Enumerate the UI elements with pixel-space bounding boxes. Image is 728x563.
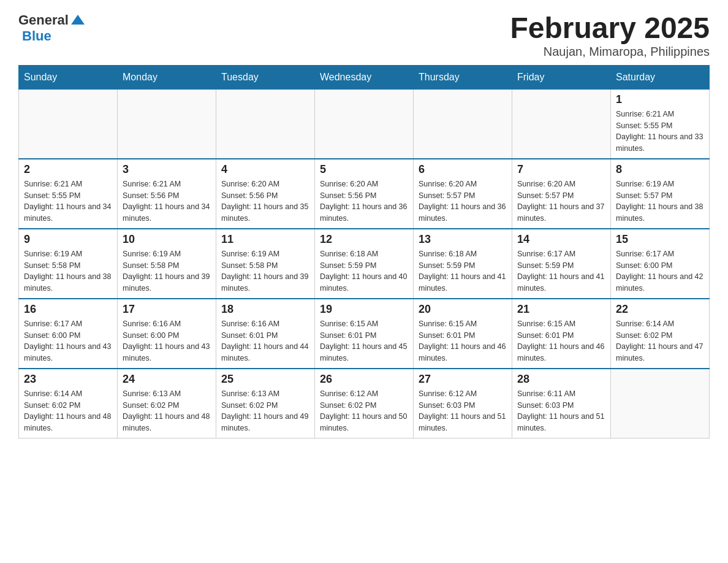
day-number: 26	[320, 373, 408, 386]
calendar-cell: 26Sunrise: 6:12 AMSunset: 6:02 PMDayligh…	[315, 369, 414, 439]
calendar-cell: 27Sunrise: 6:12 AMSunset: 6:03 PMDayligh…	[414, 369, 512, 439]
day-number: 18	[221, 303, 309, 316]
day-info: Sunrise: 6:21 AMSunset: 5:55 PMDaylight:…	[24, 178, 112, 224]
calendar-cell: 20Sunrise: 6:15 AMSunset: 6:01 PMDayligh…	[414, 299, 512, 369]
day-number: 17	[123, 303, 211, 316]
calendar-cell: 11Sunrise: 6:19 AMSunset: 5:58 PMDayligh…	[216, 229, 315, 299]
day-number: 10	[123, 233, 211, 246]
day-number: 2	[24, 163, 112, 176]
day-number: 21	[517, 303, 605, 316]
day-number: 7	[517, 163, 605, 176]
day-info: Sunrise: 6:18 AMSunset: 5:59 PMDaylight:…	[320, 248, 408, 294]
day-number: 24	[123, 373, 211, 386]
weekday-header-wednesday: Wednesday	[315, 65, 414, 89]
day-info: Sunrise: 6:16 AMSunset: 6:01 PMDaylight:…	[221, 318, 309, 364]
day-info: Sunrise: 6:19 AMSunset: 5:58 PMDaylight:…	[123, 248, 211, 294]
day-info: Sunrise: 6:13 AMSunset: 6:02 PMDaylight:…	[221, 388, 309, 434]
calendar-cell: 28Sunrise: 6:11 AMSunset: 6:03 PMDayligh…	[512, 369, 611, 439]
day-number: 3	[123, 163, 211, 176]
weekday-header-saturday: Saturday	[611, 65, 710, 89]
day-number: 1	[616, 93, 704, 106]
day-info: Sunrise: 6:15 AMSunset: 6:01 PMDaylight:…	[320, 318, 408, 364]
weekday-header-tuesday: Tuesday	[216, 65, 315, 89]
calendar-cell: 16Sunrise: 6:17 AMSunset: 6:00 PMDayligh…	[19, 299, 118, 369]
day-number: 4	[221, 163, 309, 176]
day-info: Sunrise: 6:21 AMSunset: 5:55 PMDaylight:…	[616, 109, 704, 155]
day-number: 8	[616, 163, 704, 176]
calendar-cell: 25Sunrise: 6:13 AMSunset: 6:02 PMDayligh…	[216, 369, 315, 439]
day-number: 20	[419, 303, 507, 316]
weekday-header-friday: Friday	[512, 65, 611, 89]
calendar-table: SundayMondayTuesdayWednesdayThursdayFrid…	[18, 65, 710, 439]
calendar-cell: 7Sunrise: 6:20 AMSunset: 5:57 PMDaylight…	[512, 159, 611, 229]
day-number: 13	[419, 233, 507, 246]
day-info: Sunrise: 6:15 AMSunset: 6:01 PMDaylight:…	[419, 318, 507, 364]
day-number: 19	[320, 303, 408, 316]
calendar-cell: 8Sunrise: 6:19 AMSunset: 5:57 PMDaylight…	[611, 159, 710, 229]
day-info: Sunrise: 6:19 AMSunset: 5:58 PMDaylight:…	[221, 248, 309, 294]
svg-marker-0	[71, 15, 85, 25]
calendar-cell: 6Sunrise: 6:20 AMSunset: 5:57 PMDaylight…	[414, 159, 512, 229]
day-number: 9	[24, 233, 112, 246]
day-info: Sunrise: 6:20 AMSunset: 5:57 PMDaylight:…	[419, 178, 507, 224]
calendar-cell: 21Sunrise: 6:15 AMSunset: 6:01 PMDayligh…	[512, 299, 611, 369]
day-info: Sunrise: 6:21 AMSunset: 5:56 PMDaylight:…	[123, 178, 211, 224]
day-info: Sunrise: 6:12 AMSunset: 6:03 PMDaylight:…	[419, 388, 507, 434]
calendar-cell	[512, 89, 611, 159]
day-info: Sunrise: 6:17 AMSunset: 6:00 PMDaylight:…	[616, 248, 704, 294]
day-number: 23	[24, 373, 112, 386]
calendar-cell: 22Sunrise: 6:14 AMSunset: 6:02 PMDayligh…	[611, 299, 710, 369]
day-info: Sunrise: 6:19 AMSunset: 5:58 PMDaylight:…	[24, 248, 112, 294]
calendar-cell	[118, 89, 216, 159]
day-info: Sunrise: 6:19 AMSunset: 5:57 PMDaylight:…	[616, 178, 704, 224]
weekday-header-row: SundayMondayTuesdayWednesdayThursdayFrid…	[19, 65, 710, 89]
logo-icon	[70, 12, 86, 28]
day-info: Sunrise: 6:11 AMSunset: 6:03 PMDaylight:…	[517, 388, 605, 434]
calendar-cell	[19, 89, 118, 159]
day-info: Sunrise: 6:20 AMSunset: 5:57 PMDaylight:…	[517, 178, 605, 224]
day-number: 25	[221, 373, 309, 386]
calendar-cell	[414, 89, 512, 159]
day-info: Sunrise: 6:13 AMSunset: 6:02 PMDaylight:…	[123, 388, 211, 434]
logo: General Blue	[18, 12, 86, 44]
weekday-header-monday: Monday	[118, 65, 216, 89]
calendar-cell: 24Sunrise: 6:13 AMSunset: 6:02 PMDayligh…	[118, 369, 216, 439]
day-info: Sunrise: 6:14 AMSunset: 6:02 PMDaylight:…	[24, 388, 112, 434]
day-number: 6	[419, 163, 507, 176]
calendar-cell: 3Sunrise: 6:21 AMSunset: 5:56 PMDaylight…	[118, 159, 216, 229]
day-number: 22	[616, 303, 704, 316]
calendar-cell: 2Sunrise: 6:21 AMSunset: 5:55 PMDaylight…	[19, 159, 118, 229]
calendar-cell: 13Sunrise: 6:18 AMSunset: 5:59 PMDayligh…	[414, 229, 512, 299]
calendar-cell: 15Sunrise: 6:17 AMSunset: 6:00 PMDayligh…	[611, 229, 710, 299]
week-row-4: 16Sunrise: 6:17 AMSunset: 6:00 PMDayligh…	[19, 299, 710, 369]
calendar-cell: 1Sunrise: 6:21 AMSunset: 5:55 PMDaylight…	[611, 89, 710, 159]
day-info: Sunrise: 6:20 AMSunset: 5:56 PMDaylight:…	[320, 178, 408, 224]
calendar-cell	[315, 89, 414, 159]
day-number: 5	[320, 163, 408, 176]
day-info: Sunrise: 6:12 AMSunset: 6:02 PMDaylight:…	[320, 388, 408, 434]
weekday-header-sunday: Sunday	[19, 65, 118, 89]
week-row-2: 2Sunrise: 6:21 AMSunset: 5:55 PMDaylight…	[19, 159, 710, 229]
day-number: 15	[616, 233, 704, 246]
day-info: Sunrise: 6:14 AMSunset: 6:02 PMDaylight:…	[616, 318, 704, 364]
week-row-5: 23Sunrise: 6:14 AMSunset: 6:02 PMDayligh…	[19, 369, 710, 439]
day-number: 16	[24, 303, 112, 316]
calendar-cell	[216, 89, 315, 159]
day-info: Sunrise: 6:18 AMSunset: 5:59 PMDaylight:…	[419, 248, 507, 294]
calendar-cell: 14Sunrise: 6:17 AMSunset: 5:59 PMDayligh…	[512, 229, 611, 299]
day-number: 14	[517, 233, 605, 246]
logo-general-text: General	[18, 12, 69, 28]
calendar-cell: 17Sunrise: 6:16 AMSunset: 6:00 PMDayligh…	[118, 299, 216, 369]
logo-blue-text: Blue	[22, 28, 51, 44]
day-info: Sunrise: 6:20 AMSunset: 5:56 PMDaylight:…	[221, 178, 309, 224]
weekday-header-thursday: Thursday	[414, 65, 512, 89]
calendar-cell: 18Sunrise: 6:16 AMSunset: 6:01 PMDayligh…	[216, 299, 315, 369]
title-section: February 2025 Naujan, Mimaropa, Philippi…	[510, 12, 710, 59]
calendar-cell: 12Sunrise: 6:18 AMSunset: 5:59 PMDayligh…	[315, 229, 414, 299]
calendar-cell: 23Sunrise: 6:14 AMSunset: 6:02 PMDayligh…	[19, 369, 118, 439]
day-info: Sunrise: 6:15 AMSunset: 6:01 PMDaylight:…	[517, 318, 605, 364]
page-header: General Blue February 2025 Naujan, Mimar…	[18, 12, 710, 59]
week-row-3: 9Sunrise: 6:19 AMSunset: 5:58 PMDaylight…	[19, 229, 710, 299]
calendar-cell: 9Sunrise: 6:19 AMSunset: 5:58 PMDaylight…	[19, 229, 118, 299]
calendar-cell: 5Sunrise: 6:20 AMSunset: 5:56 PMDaylight…	[315, 159, 414, 229]
